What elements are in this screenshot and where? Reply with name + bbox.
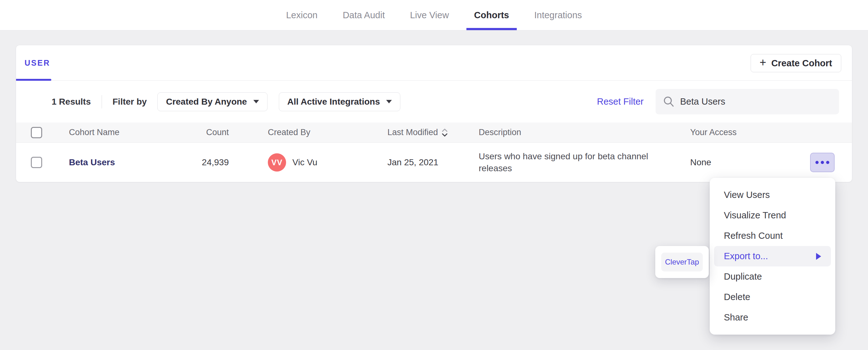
col-header-last-modified[interactable]: Last Modified xyxy=(388,128,479,137)
col-header-description: Description xyxy=(479,128,690,137)
top-navigation: Lexicon Data Audit Live View Cohorts Int… xyxy=(0,0,868,31)
chevron-down-icon xyxy=(386,100,392,103)
tab-cohorts[interactable]: Cohorts xyxy=(466,0,517,30)
table-row: Beta Users 24,939 VV Vic Vu Jan 25, 2021… xyxy=(16,143,852,182)
menu-item-delete[interactable]: Delete xyxy=(710,287,835,307)
last-modified-label: Last Modified xyxy=(388,128,438,137)
filter-by-label: Filter by xyxy=(113,97,147,107)
avatar: VV xyxy=(268,153,286,172)
dot-icon xyxy=(815,161,818,164)
export-to-label: Export to... xyxy=(724,251,768,261)
access-value: None xyxy=(690,158,782,168)
menu-item-share[interactable]: Share xyxy=(710,307,835,328)
menu-item-refresh-count[interactable]: Refresh Count xyxy=(710,225,835,246)
search-icon xyxy=(662,96,675,108)
col-header-count: Count xyxy=(176,128,229,137)
active-tab-underline xyxy=(16,79,51,81)
search-input[interactable] xyxy=(680,97,832,107)
last-modified-value: Jan 25, 2021 xyxy=(388,158,479,168)
table-header: Cohort Name Count Created By Last Modifi… xyxy=(16,123,852,143)
cohort-count: 24,939 xyxy=(176,158,229,168)
created-by-dropdown[interactable]: Created By Anyone xyxy=(157,92,267,111)
plus-icon: + xyxy=(760,57,766,68)
filter-bar: 1 Results Filter by Created By Anyone Al… xyxy=(16,81,852,123)
reset-filter-link[interactable]: Reset Filter xyxy=(597,97,644,107)
export-submenu: CleverTap xyxy=(655,246,709,278)
menu-item-export-to[interactable]: Export to... xyxy=(714,246,831,267)
filter-right-group: Reset Filter xyxy=(597,89,839,114)
menu-item-duplicate[interactable]: Duplicate xyxy=(710,267,835,287)
create-cohort-button[interactable]: + Create Cohort xyxy=(751,54,841,72)
tab-data-audit[interactable]: Data Audit xyxy=(335,0,393,30)
select-all-checkbox[interactable] xyxy=(31,127,42,138)
cohort-name-link[interactable]: Beta Users xyxy=(69,158,115,167)
divider xyxy=(102,95,102,108)
cohort-description: Users who have signed up for beta channe… xyxy=(479,150,650,174)
cohorts-panel: USER + Create Cohort 1 Results Filter by… xyxy=(16,45,852,182)
created-by-cell: VV Vic Vu xyxy=(229,153,388,172)
dot-icon xyxy=(826,161,829,164)
search-box[interactable] xyxy=(656,89,839,114)
col-header-your-access: Your Access xyxy=(690,128,782,137)
row-actions-button[interactable] xyxy=(810,153,835,172)
col-header-cohort-name: Cohort Name xyxy=(69,128,176,137)
menu-item-visualize-trend[interactable]: Visualize Trend xyxy=(710,205,835,225)
tab-integrations[interactable]: Integrations xyxy=(527,0,590,30)
integrations-value: All Active Integrations xyxy=(287,97,380,107)
col-header-created-by: Created By xyxy=(229,128,388,137)
panel-header: USER + Create Cohort xyxy=(16,45,852,81)
submenu-item-clevertap[interactable]: CleverTap xyxy=(661,253,703,272)
create-cohort-label: Create Cohort xyxy=(771,58,832,69)
menu-item-view-users[interactable]: View Users xyxy=(710,185,835,205)
results-count: 1 Results xyxy=(52,97,91,107)
dot-icon xyxy=(821,161,824,164)
row-checkbox[interactable] xyxy=(31,157,42,168)
tab-user[interactable]: USER xyxy=(25,59,50,68)
creator-name: Vic Vu xyxy=(292,158,317,168)
created-by-value: Created By Anyone xyxy=(166,97,247,107)
row-actions-menu: View Users Visualize Trend Refresh Count… xyxy=(710,178,835,335)
submenu-arrow-icon xyxy=(816,253,821,260)
tab-lexicon[interactable]: Lexicon xyxy=(279,0,325,30)
integrations-dropdown[interactable]: All Active Integrations xyxy=(279,92,401,111)
tab-live-view[interactable]: Live View xyxy=(403,0,457,30)
chevron-down-icon xyxy=(253,100,259,103)
sort-icon xyxy=(441,128,448,137)
